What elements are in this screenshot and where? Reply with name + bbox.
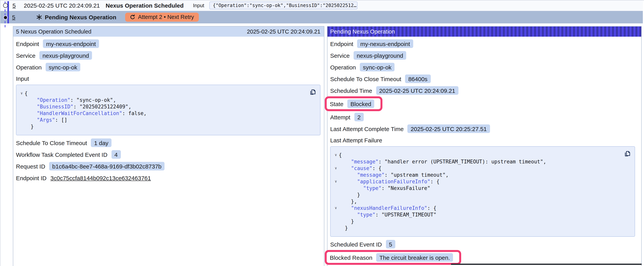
field-attempt: Attempt2: [330, 111, 638, 123]
code-line: "message": "handler error (UPSTREAM_TIME…: [333, 158, 619, 165]
collapse-chevron-icon[interactable]: ∨: [333, 178, 339, 185]
attempt-retry-badge: Attempt 2 • Next Retry: [125, 13, 198, 22]
code-line: "HandlerWaitForCancellation": false,: [19, 110, 304, 117]
field-value-badge: Blocked: [347, 99, 374, 108]
workflow-history-view: 5 2025-02-25 UTC 20:24:09.21 Nexus Opera…: [0, 0, 644, 266]
json-code-viewer-input: ∨{ "Operation": "sync-op-ok", "BusinessI…: [16, 85, 320, 135]
field-value-badge: 2025-02-25 UTC 20:24:09.21: [376, 86, 458, 95]
field-operation: Operationsync-op-ok: [330, 61, 638, 73]
field-scheduled-time: Scheduled Time2025-02-25 UTC 20:24:09.21: [330, 85, 638, 96]
code-text: }: [339, 218, 354, 225]
code-text: "cause": {: [339, 165, 382, 172]
code-line: "Operation": "sync-op-ok",: [19, 97, 304, 103]
field-label: Input: [16, 75, 29, 82]
field-value-badge: 5: [386, 240, 395, 248]
event-id-link[interactable]: 5: [12, 2, 16, 9]
field-input: Input: [16, 73, 321, 84]
panel-title: Pending Nexus Operation: [330, 29, 395, 35]
field-state: StateBlocked: [330, 96, 638, 111]
field-label: Scheduled Time: [330, 87, 372, 94]
code-text: "nexusHandlerFailureInfo": {: [339, 205, 436, 211]
field-endpoint: Endpointmy-nexus-endpoint: [330, 38, 638, 50]
code-text: "message": "handler error (UPSTREAM_TIME…: [339, 158, 546, 165]
code-line: }: [333, 225, 619, 231]
field-label: Service: [330, 52, 350, 59]
field-value-badge: b1c6a4bc-8ee7-468a-9169-df3b02c8737b: [49, 162, 164, 170]
field-value-badge: my-nexus-endpoint: [43, 39, 99, 48]
code-gutter: [333, 198, 339, 205]
code-gutter: [19, 123, 24, 130]
code-line: "message": "upstream timeout",: [333, 172, 619, 178]
field-label: Operation: [16, 64, 42, 70]
event-row-pending[interactable]: 5 Pending Nexus Operation Attempt 2 • Ne…: [0, 11, 643, 24]
field-schedule-to-close-timeout: Schedule To Close Timeout1 day: [16, 137, 321, 149]
field-service: Servicenexus-playground: [16, 50, 321, 61]
collapse-chevron-icon[interactable]: ∨: [333, 205, 339, 211]
field-label: Schedule To Close Timeout: [330, 76, 401, 82]
field-value-badge: nexus-playground: [354, 51, 406, 60]
field-label: Blocked Reason: [330, 254, 372, 261]
code-gutter: [19, 110, 24, 117]
field-value-badge: 4: [111, 150, 121, 159]
event-row-scheduled[interactable]: 5 2025-02-25 UTC 20:24:09.21 Nexus Opera…: [0, 1, 643, 11]
field-label: Attempt: [330, 114, 350, 120]
code-gutter: [333, 211, 339, 218]
asterisk-icon: [36, 14, 42, 20]
field-label: Workflow Task Completed Event ID: [16, 151, 108, 158]
code-text: "message": "upstream timeout",: [339, 172, 449, 178]
event-id-link[interactable]: 5: [12, 14, 16, 21]
field-value-badge: sync-op-ok: [46, 63, 80, 71]
code-text: {: [24, 90, 28, 97]
copy-icon[interactable]: [310, 89, 316, 96]
code-text: {: [339, 152, 342, 158]
json-code-viewer-last-attempt-failure: ∨{ "message": "handler error (UPSTREAM_T…: [330, 146, 635, 237]
field-service: Servicenexus-playground: [330, 50, 638, 61]
code-gutter: [19, 97, 24, 103]
code-gutter: [333, 191, 339, 198]
field-scheduled-event-id: Scheduled Event ID5: [330, 238, 638, 250]
field-label: State: [330, 100, 344, 107]
code-gutter: [19, 117, 24, 123]
field-value-link[interactable]: 3c0c75ccfa8144b092c13ce632463761: [50, 174, 151, 181]
code-text: "type": "NexusFailure": [339, 185, 430, 191]
field-value-badge: nexus-playground: [39, 51, 92, 60]
code-text: "Operation": "sync-op-ok",: [24, 97, 116, 103]
code-text: "applicationFailureInfo": {: [339, 178, 440, 185]
event-timestamp: 2025-02-25 UTC 20:24:09.21: [24, 2, 100, 9]
collapse-chevron-icon[interactable]: ∨: [333, 165, 339, 172]
field-value-badge: sync-op-ok: [360, 63, 395, 71]
field-label: Scheduled Event ID: [330, 241, 382, 247]
code-gutter: [333, 158, 339, 165]
field-operation: Operationsync-op-ok: [16, 61, 321, 73]
field-label: Last Attempt Complete Time: [330, 125, 404, 132]
copy-icon[interactable]: [624, 150, 631, 157]
code-text: }: [24, 123, 34, 130]
code-text: "type": "UPSTREAM_TIMEOUT": [339, 211, 436, 218]
code-gutter: [333, 172, 339, 178]
highlight-annotation-state: StateBlocked: [325, 96, 382, 111]
code-line: ∨{: [19, 90, 304, 97]
input-label: Input: [193, 3, 204, 9]
code-text: "BusinessID": "20250225122409",: [24, 103, 131, 110]
panel-title: 5 Nexus Operation Scheduled: [16, 29, 92, 35]
collapse-chevron-icon[interactable]: ∨: [333, 152, 339, 158]
code-line: "Args": []: [19, 117, 304, 123]
field-label: Endpoint: [16, 40, 39, 47]
field-value-badge: The circuit breaker is open.: [376, 253, 453, 262]
field-value-badge: 1 day: [91, 138, 112, 147]
bottom-annotation-line: [451, 264, 642, 265]
field-label: Service: [16, 52, 36, 59]
highlight-annotation-blocked-reason: Blocked ReasonThe circuit breaker is ope…: [325, 250, 461, 265]
code-line: }: [333, 191, 619, 198]
field-last-attempt-failure: Last Attempt Failure: [330, 135, 638, 145]
code-line: ∨ "cause": {: [333, 165, 619, 172]
timeline-dot-filled: [3, 15, 8, 20]
collapse-chevron-icon[interactable]: ∨: [19, 90, 24, 97]
code-text: }: [339, 191, 360, 198]
code-gutter: [333, 225, 339, 231]
field-request-id: Request IDb1c6a4bc-8ee7-468a-9169-df3b02…: [16, 160, 321, 172]
field-label: Last Attempt Failure: [330, 137, 382, 143]
input-preview-badge[interactable]: {"Operation":"sync-op-ok","BusinessID":"…: [209, 2, 358, 10]
field-value-badge: 86400s: [405, 75, 430, 83]
field-last-attempt-complete-time: Last Attempt Complete Time2025-02-25 UTC…: [330, 123, 638, 135]
